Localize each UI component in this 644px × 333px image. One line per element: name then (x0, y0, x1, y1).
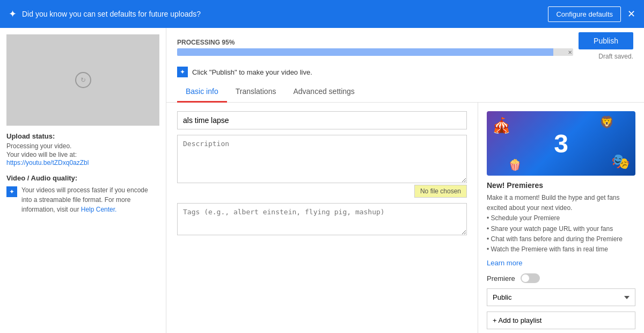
help-center-link[interactable]: Help Center. (81, 206, 117, 213)
configure-defaults-button[interactable]: Configure defaults (548, 6, 621, 22)
bullet-1: Schedule your Premiere (487, 213, 635, 223)
content-body: No file chosen 🎪 🦁 3 🍿 🎭 New! Premieres … (166, 103, 644, 333)
tab-basic-info[interactable]: Basic info (177, 82, 227, 103)
tabs-bar: Basic info Translations Advanced setting… (166, 82, 644, 103)
learn-more-link[interactable]: Learn more (487, 259, 635, 267)
publish-button[interactable]: Publish (579, 32, 633, 49)
spinner-icon: ↻ (80, 76, 86, 84)
upload-url-link[interactable]: https://youtu.be/tZDxq0azZbl (6, 159, 89, 166)
quality-text: Your videos will process faster if you e… (21, 185, 159, 214)
tip-star-icon: ✦ (177, 67, 188, 77)
video-spinner: ↻ (75, 72, 91, 88)
banner-right: Configure defaults ✕ (548, 6, 635, 22)
quality-star-icon: ✦ (6, 186, 17, 197)
banner-star-icon: ✦ (9, 8, 17, 20)
video-preview: ↻ (6, 34, 159, 126)
tags-textarea[interactable] (177, 203, 467, 235)
banner-left: ✦ Did you know you can set defaults for … (9, 8, 201, 20)
emoji-right: 🎭 (611, 153, 630, 170)
toggle-thumb (522, 274, 529, 282)
premieres-title: New! Premieres (487, 181, 635, 190)
upload-status-text: Processing your video. (6, 142, 159, 150)
premieres-desc: Make it a moment! Build the hype and get… (487, 193, 635, 255)
draft-saved-text: Draft saved. (598, 50, 633, 62)
quality-section: Video / Audio quality: ✦ Your videos wil… (6, 174, 159, 214)
premiere-row: Premiere (487, 273, 635, 283)
publish-tip: ✦ Click "Publish" to make your video liv… (166, 62, 644, 82)
title-input[interactable] (177, 111, 467, 129)
file-row: No file chosen (177, 185, 467, 198)
info-banner: ✦ Did you know you can set defaults for … (0, 0, 644, 28)
visibility-select[interactable]: Public Unlisted Private (487, 288, 635, 306)
upload-status-label: Upload status: (6, 132, 159, 140)
tab-translations[interactable]: Translations (227, 82, 285, 103)
form-area: No file chosen (166, 103, 478, 333)
bullet-3: Chat with fans before and during the Pre… (487, 234, 635, 244)
banner-message: Did you know you can set defaults for fu… (22, 10, 201, 18)
emoji-bottom-left: 🍿 (508, 158, 522, 171)
publish-right: Publish Draft saved. (579, 32, 633, 62)
bullet-2: Share your watch page URL with your fans (487, 224, 635, 234)
right-panel: 🎪 🦁 3 🍿 🎭 New! Premieres Make it a momen… (478, 103, 644, 333)
sidebar: ↻ Upload status: Processing your video. … (0, 28, 166, 333)
content-area: PROCESSING 95% ✕ Publish Draft saved. ✦ … (166, 28, 644, 333)
description-textarea[interactable] (177, 135, 467, 183)
publish-header: PROCESSING 95% ✕ Publish Draft saved. (166, 28, 644, 62)
bullet-4: Watch the Premiere with fans in real tim… (487, 244, 635, 255)
progress-close-icon[interactable]: ✕ (568, 49, 572, 55)
publish-tip-text: Click "Publish" to make your video live. (192, 68, 312, 76)
no-file-tooltip: No file chosen (414, 185, 467, 198)
upload-url-label: Your video will be live at: (6, 151, 159, 158)
emoji-left: 🎪 (492, 117, 511, 134)
progress-label: PROCESSING 95% (177, 39, 573, 46)
progress-bar: ✕ (177, 48, 573, 56)
emoji-top-right: 🦁 (599, 115, 614, 129)
progress-fill (177, 48, 553, 56)
quality-label: Video / Audio quality: (6, 174, 159, 182)
banner-close-button[interactable]: ✕ (627, 8, 635, 20)
premieres-number: 3 (554, 129, 568, 158)
tab-advanced-settings[interactable]: Advanced settings (284, 82, 363, 103)
premiere-label: Premiere (487, 274, 515, 283)
progress-section: PROCESSING 95% ✕ (177, 39, 573, 56)
main-container: ↻ Upload status: Processing your video. … (0, 28, 644, 333)
quality-row: ✦ Your videos will process faster if you… (6, 185, 159, 214)
premiere-toggle[interactable] (521, 273, 540, 283)
premieres-banner: 🎪 🦁 3 🍿 🎭 (487, 111, 635, 176)
add-to-playlist-button[interactable]: + Add to playlist (487, 312, 635, 329)
